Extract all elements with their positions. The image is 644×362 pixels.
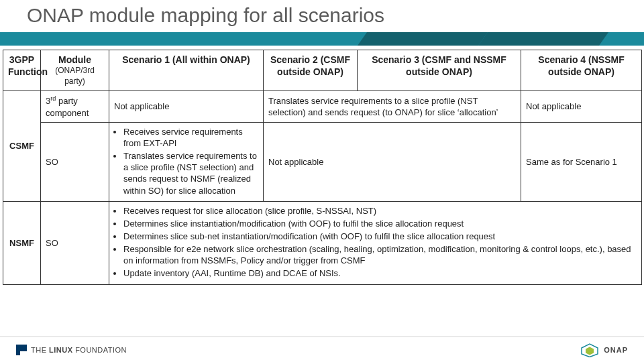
list-item: Determines slice sub-net instantiation/m… — [123, 231, 637, 242]
cell-csmf-label: CSMF — [3, 91, 41, 202]
linux-foundation-icon — [16, 345, 27, 355]
col-scenario-1: Scenario 1 (All within ONAP) — [109, 50, 264, 91]
cell-third-party-s23: Translates service requirements to a sli… — [264, 91, 521, 123]
linux-foundation-logo: THE LINUX FOUNDATION — [16, 345, 127, 355]
so-s1-bullets: Receives service requirements from EXT-A… — [114, 126, 258, 196]
cell-nsmf-module: SO — [41, 201, 109, 284]
list-item: Receives request for slice allocation (s… — [123, 205, 637, 217]
list-item: Responsible for e2e network slice orches… — [123, 243, 637, 266]
header: ONAP module mapping for all scenarios — [0, 0, 644, 46]
cell-so-s1: Receives service requirements from EXT-A… — [109, 122, 264, 201]
onap-icon — [580, 343, 600, 357]
onap-logo: ONAP — [580, 343, 628, 357]
col-module: Module (ONAP/3rd party) — [41, 50, 109, 91]
header-band — [0, 32, 644, 46]
linux-foundation-text: THE LINUX FOUNDATION — [31, 346, 127, 354]
cell-nsmf-label: NSMF — [3, 201, 41, 284]
list-item: Receives service requirements from EXT-A… — [123, 126, 258, 149]
svg-marker-1 — [586, 347, 594, 355]
col-scenario-2: Scenario 2 (CSMF outside ONAP) — [264, 50, 358, 91]
col-scenario-4: Scenario 4 (NSSMF outside ONAP) — [521, 50, 642, 91]
cell-so-s4: Same as for Scenario 1 — [521, 122, 642, 201]
nsmf-bullets: Receives request for slice allocation (s… — [114, 205, 637, 280]
lf-the: THE — [31, 346, 47, 354]
cell-third-party-module: 3rd party component — [41, 91, 109, 123]
col-module-sub: (ONAP/3rd party) — [46, 66, 104, 87]
list-item: Determines slice instantiation/modificat… — [123, 218, 637, 229]
lf-linux: LINUX — [49, 346, 73, 354]
col-module-main: Module — [58, 54, 91, 65]
cell-third-party-s4: Not applicable — [521, 91, 642, 123]
lf-foundation: FOUNDATION — [75, 346, 127, 354]
page-title: ONAP module mapping for all scenarios — [27, 4, 384, 27]
table-row: NSMF SO Receives request for slice alloc… — [3, 201, 642, 284]
footer: THE LINUX FOUNDATION ONAP — [0, 337, 644, 362]
table-row: CSMF 3rd party component Not applicable … — [3, 91, 642, 123]
col-3gpp-function: 3GPP Function — [3, 50, 41, 91]
table-row: SO Receives service requirements from EX… — [3, 122, 642, 201]
table-header-row: 3GPP Function Module (ONAP/3rd party) Sc… — [3, 50, 642, 91]
list-item: Translates service requirements to a sli… — [123, 150, 258, 196]
mapping-table-wrap: 3GPP Function Module (ONAP/3rd party) Sc… — [0, 46, 644, 285]
col-scenario-3: Scenario 3 (CSMF and NSSMF outside ONAP) — [358, 50, 521, 91]
list-item: Update inventory (AAI, Runtime DB) and D… — [123, 267, 637, 279]
onap-text: ONAP — [604, 346, 628, 354]
mapping-table: 3GPP Function Module (ONAP/3rd party) Sc… — [3, 50, 642, 285]
cell-so-module: SO — [41, 122, 109, 201]
cell-third-party-s1: Not applicable — [109, 91, 264, 123]
cell-so-s23: Not applicable — [264, 122, 521, 201]
cell-nsmf-body: Receives request for slice allocation (s… — [109, 201, 642, 284]
